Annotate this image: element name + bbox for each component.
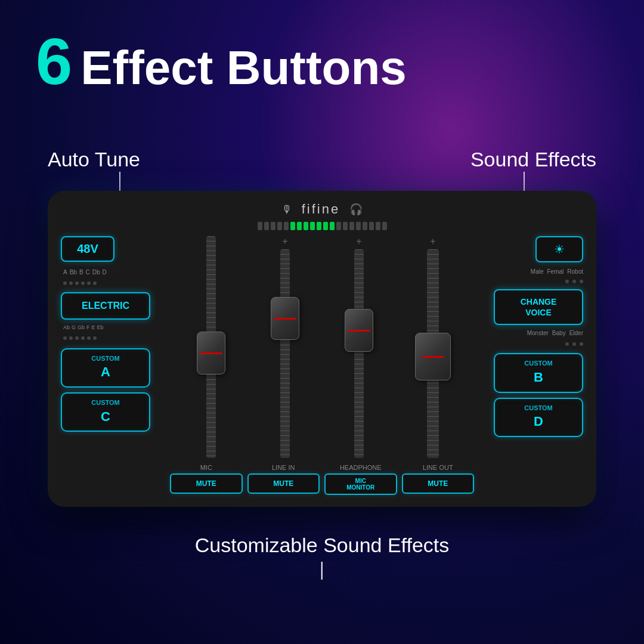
mode-dot (565, 280, 569, 283)
btn-custom-c[interactable]: CUSTOM C (61, 392, 150, 432)
note-labels-top: A Bb B C Db D (61, 269, 165, 275)
fader-plus-2: + (282, 236, 287, 247)
btn-change-voice[interactable]: CHANGEVOICE (494, 289, 583, 325)
mode-dot-row-top (565, 280, 583, 283)
title-area: 6 Effect Buttons (36, 29, 407, 94)
vu-bar-8 (304, 222, 308, 230)
brand-bar: 🎙 fifine 🎧 (61, 202, 583, 217)
mode-dot (572, 280, 576, 283)
note-dot (69, 336, 73, 340)
note-dot (87, 281, 91, 285)
note-dot (63, 281, 67, 285)
title-number: 6 (36, 29, 72, 94)
fader-1 (176, 236, 246, 458)
fader-4: + (398, 236, 468, 458)
fader-knob-3[interactable] (345, 309, 373, 352)
btn-rgb[interactable]: ☀ (535, 236, 583, 262)
controls-area: 48V A Bb B C Db D (61, 236, 583, 458)
channel-mic-label: MIC (200, 464, 212, 471)
channel-line-in-label: LINE IN (272, 464, 295, 471)
mixer-device: 🎙 fifine 🎧 (48, 191, 596, 507)
fader-track-3[interactable] (354, 249, 364, 458)
vu-bar-14 (343, 222, 348, 230)
btn-electric[interactable]: ELECTRIC (61, 292, 150, 320)
vu-meter (61, 222, 583, 230)
btn-mic-mute[interactable]: MUTE (170, 473, 243, 494)
vu-bar-15 (349, 222, 354, 230)
btn-custom-a[interactable]: CUSTOM A (61, 348, 150, 388)
vu-bar-17 (363, 222, 367, 230)
custom-c-letter: C (68, 408, 143, 426)
mode-labels-top: Male Femal Robot (531, 268, 583, 275)
mode-dot (580, 280, 583, 283)
vu-bar-3 (271, 222, 275, 230)
note-dot-row-bottom (61, 336, 165, 340)
vu-bar-1 (258, 222, 262, 230)
mode-dot (572, 342, 576, 346)
note-labels-bottom: Ab G Gb F E Eb (61, 324, 165, 330)
note-dot (81, 336, 85, 340)
rgb-icon: ☀ (554, 243, 565, 256)
fader-knob-2[interactable] (271, 297, 299, 340)
custom-a-letter: A (68, 363, 143, 382)
note-dot (93, 336, 97, 340)
fader-track-4[interactable] (427, 249, 439, 458)
channel-line-out: LINE OUT MUTE (402, 464, 475, 494)
fader-knob-1[interactable] (197, 332, 225, 374)
vu-bar-19 (376, 222, 380, 230)
fader-2: + (250, 236, 320, 458)
brand-name: fifine (302, 202, 340, 217)
custom-a-label: CUSTOM (68, 354, 143, 363)
vu-bar-10 (317, 222, 321, 230)
btn-line-in-mute[interactable]: MUTE (247, 473, 320, 494)
custom-c-label: CUSTOM (68, 398, 143, 407)
headphone-icon: 🎧 (349, 203, 363, 216)
fader-track-2[interactable] (280, 249, 290, 458)
note-dot (63, 336, 67, 340)
btn-line-out-mute[interactable]: MUTE (402, 473, 475, 494)
vu-bar-7 (297, 222, 302, 230)
vu-bar-4 (277, 222, 282, 230)
note-dot (75, 336, 79, 340)
btn-mic-monitor[interactable]: MICMONITOR (324, 473, 397, 495)
label-sound-effects: Sound Effects (470, 148, 596, 171)
vu-bar-20 (382, 222, 387, 230)
channel-line-in: LINE IN MUTE (247, 464, 320, 494)
channel-line-out-label: LINE OUT (423, 464, 453, 471)
custom-b-label: CUSTOM (501, 359, 576, 368)
bottom-controls: MIC MUTE LINE IN MUTE HEADPHONE MICMONIT… (61, 464, 583, 495)
label-auto-tune: Auto Tune (48, 148, 140, 171)
mode-dot-row-bottom (565, 342, 583, 346)
channel-headphone-label: HEADPHONE (340, 464, 382, 471)
fader-track-1[interactable] (206, 236, 216, 458)
vu-bar-2 (264, 222, 269, 230)
vu-bar-12 (330, 222, 335, 230)
vu-bar-9 (310, 222, 315, 230)
note-dot-row-top (61, 281, 165, 285)
fader-plus-3: + (356, 236, 361, 247)
note-dot (93, 281, 97, 285)
mode-dot (580, 342, 583, 346)
faders-area: + + + (171, 236, 473, 458)
channel-headphone: HEADPHONE MICMONITOR (324, 464, 397, 495)
custom-d-letter: D (501, 413, 576, 431)
btn-custom-b[interactable]: CUSTOM B (494, 353, 583, 392)
mic-icon: 🎙 (281, 203, 292, 216)
btn-custom-d[interactable]: CUSTOM D (494, 398, 583, 437)
note-dot (69, 281, 73, 285)
note-dot (87, 336, 91, 340)
channel-mic: MIC MUTE (170, 464, 243, 494)
fader-3: + (324, 236, 394, 458)
vu-bar-6 (290, 222, 295, 230)
fader-plus-4: + (430, 236, 435, 247)
btn-48v[interactable]: 48V (61, 236, 114, 262)
fader-knob-4[interactable] (415, 333, 451, 380)
vu-bar-11 (323, 222, 328, 230)
right-panel: ☀ Male Femal Robot CHANGEVOICE (479, 236, 583, 458)
vu-bar-16 (356, 222, 361, 230)
custom-d-label: CUSTOM (501, 404, 576, 413)
mode-labels-bottom: Monster Baby Elder (527, 330, 583, 336)
note-dot (75, 281, 79, 285)
vu-bar-18 (369, 222, 374, 230)
vu-bar-5 (284, 222, 289, 230)
